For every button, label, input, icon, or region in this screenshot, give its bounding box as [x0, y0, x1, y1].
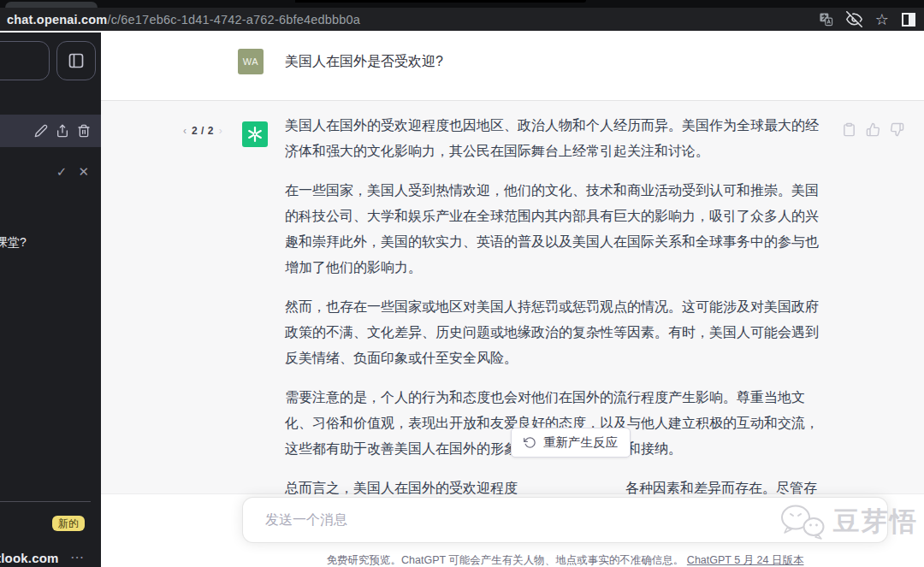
delete-chat-icon[interactable]: [77, 124, 91, 138]
chatgpt-avatar: [242, 121, 268, 147]
version-navigator: ‹ 2 / 2 ›: [183, 125, 222, 137]
version-link[interactable]: ChatGPT 5 月 24 日版本: [687, 554, 804, 566]
thumbs-down-icon[interactable]: [890, 122, 904, 137]
regenerate-response-button[interactable]: 重新产生反应: [511, 428, 631, 458]
account-email[interactable]: tlook.com: [0, 551, 59, 565]
confirm-check-icon[interactable]: ✓: [56, 164, 68, 180]
share-chat-icon[interactable]: [56, 124, 69, 138]
user-avatar: WA: [238, 49, 264, 74]
refresh-icon: [524, 436, 536, 449]
next-version-icon[interactable]: ›: [219, 125, 222, 137]
browser-tab[interactable]: [5, 2, 98, 8]
assistant-paragraph: 然而，也存在一些国家或地区对美国人持惩罚或惩罚观点的情况。这可能涉及对美国政府政…: [285, 294, 827, 371]
assistant-message-text: 美国人在国外的受欢迎程度也因地区、政治人物和个人经历而异。美国作为全球最大的经济…: [285, 113, 827, 527]
url-path: /c/6e17eb6c-1d41-4742-a762-6bfe4edbbb0a: [107, 13, 360, 27]
selected-chat-item[interactable]: [0, 115, 101, 147]
chat-history-item[interactable]: 课堂?: [0, 235, 27, 251]
regenerate-label: 重新产生反应: [543, 434, 618, 451]
tab-separator: [295, 0, 586, 3]
openai-logo-icon: [246, 125, 264, 144]
browser-chrome: chat.openai.com/c/6e17eb6c-1d41-4742-a76…: [0, 0, 924, 32]
rename-confirm-row: ✓ ✕: [0, 159, 101, 185]
url-text[interactable]: chat.openai.com/c/6e17eb6c-1d41-4742-a76…: [7, 13, 360, 27]
tab-strip: [0, 0, 924, 8]
edit-chat-icon[interactable]: [34, 124, 48, 138]
sidebar-toggle-icon: [68, 52, 85, 69]
eye-off-icon[interactable]: [846, 11, 862, 27]
assistant-paragraph: 在一些国家，美国人受到热情欢迎，他们的文化、技术和商业活动受到认可和推崇。美国的…: [285, 178, 827, 281]
sidebar-divider: [0, 501, 91, 502]
new-badge: 新的: [52, 516, 85, 531]
message-actions: [842, 122, 904, 137]
side-panel-icon[interactable]: [902, 13, 915, 27]
sidebar: ✓ ✕ 课堂? 新的 tlook.com ⋯: [0, 32, 101, 567]
translate-icon[interactable]: [819, 12, 833, 27]
thumbs-up-icon[interactable]: [866, 122, 880, 137]
footer-disclaimer: 免费研究预览。ChatGPT 可能会产生有关人物、地点或事实的不准确信息。 Ch…: [242, 553, 888, 567]
wechat-bubbles-icon: [777, 501, 828, 542]
chat-main: WA 美国人在国外是否受欢迎? ‹ 2 / 2 ›: [101, 32, 924, 567]
assistant-paragraph: 美国人在国外的受欢迎程度也因地区、政治人物和个人经历而异。美国作为全球最大的经济…: [285, 113, 827, 164]
address-bar[interactable]: chat.openai.com/c/6e17eb6c-1d41-4742-a76…: [0, 8, 924, 31]
copy-icon[interactable]: [842, 122, 856, 137]
bookmark-star-icon[interactable]: ☆: [875, 12, 889, 27]
user-message-text: 美国人在国外是否受欢迎?: [285, 53, 443, 71]
watermark: 豆芽悟: [777, 501, 918, 542]
account-more-icon[interactable]: ⋯: [70, 549, 85, 565]
watermark-text: 豆芽悟: [833, 504, 918, 540]
version-counter: 2 / 2: [192, 125, 214, 137]
url-host: chat.openai.com: [7, 13, 107, 27]
user-message-row: WA 美国人在国外是否受欢迎?: [101, 32, 924, 100]
cancel-x-icon[interactable]: ✕: [78, 164, 89, 180]
collapse-sidebar-button[interactable]: [56, 41, 96, 80]
prev-version-icon[interactable]: ‹: [183, 125, 187, 137]
new-chat-button[interactable]: [0, 41, 50, 80]
